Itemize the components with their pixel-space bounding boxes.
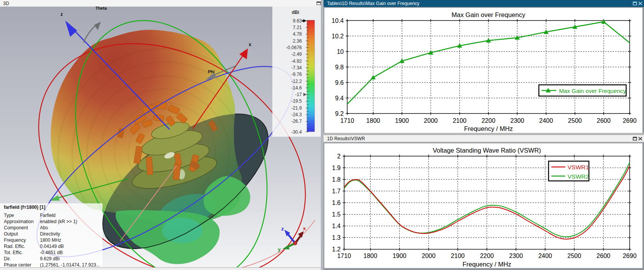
svg-text:10.2: 10.2 bbox=[332, 33, 344, 40]
svg-text:-24.3: -24.3 bbox=[291, 112, 302, 117]
svg-text:-4.92: -4.92 bbox=[291, 58, 302, 64]
svg-text:2200: 2200 bbox=[481, 117, 495, 124]
svg-text:-30.4: -30.4 bbox=[291, 129, 302, 135]
svg-text:2690: 2690 bbox=[623, 117, 637, 124]
svg-text:Frequency / MHz: Frequency / MHz bbox=[462, 261, 511, 268]
svg-text:Farfield: Farfield bbox=[40, 213, 55, 218]
svg-text:9.8: 9.8 bbox=[335, 64, 344, 71]
svg-text:VSWR1: VSWR1 bbox=[568, 164, 589, 170]
svg-text:-14.6: -14.6 bbox=[291, 85, 302, 91]
svg-text:Abs: Abs bbox=[40, 225, 48, 230]
svg-text:Max Gain over Frequency: Max Gain over Frequency bbox=[452, 11, 526, 18]
svg-text:2400: 2400 bbox=[538, 253, 552, 259]
svg-text:9.63: 9.63 bbox=[293, 18, 302, 24]
svg-text:-17: -17 bbox=[295, 92, 302, 97]
svg-text:-19.5: -19.5 bbox=[291, 98, 302, 104]
svg-text:Type: Type bbox=[4, 213, 14, 218]
svg-text:z: z bbox=[281, 226, 284, 232]
svg-text:1.8: 1.8 bbox=[332, 176, 341, 183]
svg-text:Dir.: Dir. bbox=[4, 256, 11, 261]
svg-text:1.7: 1.7 bbox=[332, 188, 341, 194]
svg-text:x: x bbox=[249, 42, 251, 47]
svg-text:-9.76: -9.76 bbox=[291, 72, 302, 77]
svg-text:Phase center: Phase center bbox=[4, 262, 31, 268]
svg-text:2200: 2200 bbox=[480, 253, 494, 259]
svg-text:2000: 2000 bbox=[424, 117, 438, 124]
svg-text:1.3: 1.3 bbox=[332, 234, 341, 241]
svg-text:1710: 1710 bbox=[340, 117, 354, 124]
svg-text:2690: 2690 bbox=[623, 253, 637, 259]
svg-text:2.36: 2.36 bbox=[293, 38, 302, 44]
svg-text:-2.49: -2.49 bbox=[291, 52, 302, 57]
svg-text:7.21: 7.21 bbox=[293, 25, 302, 30]
svg-text:1.5: 1.5 bbox=[332, 211, 341, 218]
svg-text:Directivity: Directivity bbox=[40, 231, 60, 237]
svg-text:9.629 dBi: 9.629 dBi bbox=[40, 256, 60, 261]
svg-text:1.2: 1.2 bbox=[332, 246, 341, 253]
svg-text:Max Gain over Frequency: Max Gain over Frequency bbox=[559, 88, 626, 94]
svg-text:-7.34: -7.34 bbox=[291, 65, 302, 71]
svg-text:0.04149 dB: 0.04149 dB bbox=[40, 244, 64, 249]
svg-text:2300: 2300 bbox=[511, 117, 525, 124]
svg-text:1.6: 1.6 bbox=[332, 199, 341, 206]
svg-text:1.9: 1.9 bbox=[332, 165, 341, 171]
svg-text:y: y bbox=[278, 246, 281, 252]
svg-text:1900: 1900 bbox=[393, 253, 407, 259]
svg-text:9.6: 9.6 bbox=[335, 79, 344, 86]
svg-text:Approximation: Approximation bbox=[4, 219, 34, 224]
svg-text:2000: 2000 bbox=[422, 253, 436, 259]
svg-text:1.4: 1.4 bbox=[332, 223, 341, 229]
svg-text:enabled (kR >> 1): enabled (kR >> 1) bbox=[40, 219, 77, 224]
svg-text:2500: 2500 bbox=[568, 253, 582, 259]
svg-text:-26.7: -26.7 bbox=[291, 119, 302, 124]
svg-text:-12.2: -12.2 bbox=[291, 79, 302, 84]
svg-text:2100: 2100 bbox=[451, 253, 465, 259]
svg-text:-21.9: -21.9 bbox=[291, 105, 302, 111]
svg-text:1800: 1800 bbox=[366, 117, 380, 124]
svg-text:1710: 1710 bbox=[337, 253, 351, 259]
svg-text:2600: 2600 bbox=[597, 253, 611, 259]
svg-text:2500: 2500 bbox=[568, 117, 582, 124]
svg-text:9.4: 9.4 bbox=[335, 95, 344, 101]
svg-text:2300: 2300 bbox=[509, 253, 523, 259]
svg-text:10.4: 10.4 bbox=[332, 17, 344, 24]
svg-text:10: 10 bbox=[337, 48, 344, 55]
svg-text:dBi: dBi bbox=[292, 10, 299, 15]
svg-text:VSWR2: VSWR2 bbox=[568, 173, 589, 180]
svg-text:Voltage Standing Wave Ratio (V: Voltage Standing Wave Ratio (VSWR) bbox=[433, 147, 541, 154]
svg-text:1800 MHz: 1800 MHz bbox=[40, 237, 61, 243]
svg-text:2: 2 bbox=[337, 153, 341, 160]
svg-text:Frequency: Frequency bbox=[4, 237, 26, 243]
svg-text:Phi: Phi bbox=[208, 69, 215, 74]
svg-text:1800: 1800 bbox=[364, 253, 377, 259]
svg-text:Component: Component bbox=[4, 225, 28, 230]
svg-text:Tot. Effic.: Tot. Effic. bbox=[4, 250, 23, 255]
svg-text:Frequency / MHz: Frequency / MHz bbox=[464, 125, 513, 132]
svg-text:-0.4651 dB: -0.4651 dB bbox=[40, 250, 63, 255]
svg-text:Theta: Theta bbox=[95, 7, 107, 10]
svg-text:2400: 2400 bbox=[539, 117, 553, 124]
svg-text:z: z bbox=[61, 12, 63, 17]
svg-text:x: x bbox=[303, 225, 306, 231]
svg-text:2100: 2100 bbox=[453, 117, 467, 124]
svg-text:(1.27561, -1.01474, 17.923...: (1.27561, -1.01474, 17.923... bbox=[40, 262, 100, 268]
svg-text:farfield (f=1800) [1]: farfield (f=1800) [1] bbox=[4, 205, 45, 210]
svg-text:2600: 2600 bbox=[597, 117, 611, 124]
svg-text:-0.0676: -0.0676 bbox=[286, 45, 302, 50]
svg-text:Rad. Effic.: Rad. Effic. bbox=[4, 244, 25, 249]
svg-text:4.78: 4.78 bbox=[293, 31, 302, 37]
svg-text:1900: 1900 bbox=[395, 117, 409, 124]
svg-text:9.2: 9.2 bbox=[335, 110, 344, 117]
svg-text:Output: Output bbox=[4, 231, 18, 237]
